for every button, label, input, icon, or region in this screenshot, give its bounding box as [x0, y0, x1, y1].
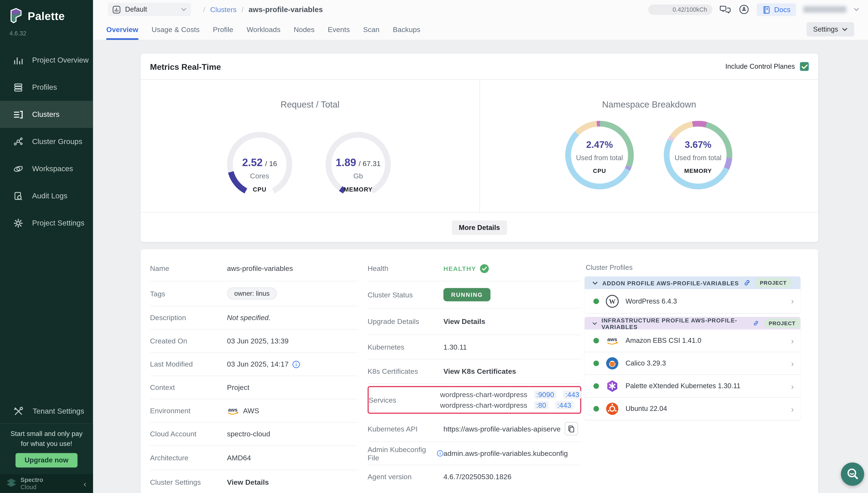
service-port-link[interactable]: :443 [563, 390, 582, 399]
profile-layer-ubuntu[interactable]: Ubuntu 22.04 › [584, 398, 800, 420]
profile-layer-palette-extended-kubernetes[interactable]: Palette eXtended Kubernetes 1.30.11 › [584, 375, 800, 398]
tabs: Overview Usage & Costs Profile Workloads… [106, 19, 420, 40]
detail-row-cluster-status: Cluster Status RUNNING [368, 281, 581, 308]
profile-layer-amazon-ebs-csi[interactable]: aws Amazon EBS CSI 1.41.0 › [584, 330, 800, 352]
usage-credits-pill: 0.42/100kCh [648, 4, 713, 15]
sidebar-item-label: Audit Logs [32, 192, 67, 200]
sidebar-item-workspaces[interactable]: Workspaces [0, 155, 93, 182]
compass-icon[interactable] [739, 4, 750, 15]
collapse-sidebar-icon[interactable]: ‹ [84, 479, 86, 488]
breadcrumb-link-clusters[interactable]: Clusters [210, 5, 237, 14]
info-icon[interactable] [292, 360, 300, 368]
cpu-used-caption: Used from total [565, 154, 634, 162]
sidebar-item-label: Workspaces [32, 165, 73, 173]
cluster-profiles-panel: Cluster Profiles ADDON PROFILE AWS-PROFI… [584, 249, 800, 424]
sidebar-item-tenant-settings[interactable]: Tenant Settings [0, 399, 93, 423]
tab-workloads[interactable]: Workloads [247, 19, 281, 40]
detail-row-admin-kubeconfig: Admin Kubeconfig File admin.aws-profile-… [368, 442, 581, 466]
settings-button[interactable]: Settings [806, 22, 854, 37]
upgrade-now-button[interactable]: Upgrade now [16, 453, 77, 468]
service-row: wordpress-chart-wordpress :80 :443 [440, 401, 582, 409]
cpu-unit: Cores [227, 172, 292, 180]
svg-text:aws: aws [228, 407, 238, 412]
chevron-down-icon[interactable] [853, 8, 859, 11]
user-menu-redacted[interactable] [803, 6, 847, 13]
ubuntu-icon [605, 402, 619, 415]
tab-events[interactable]: Events [328, 19, 350, 40]
memory-request-value: 1.89 [336, 157, 356, 168]
detail-row-description: Description Not specified. [150, 306, 358, 330]
sidebar-item-profiles[interactable]: Profiles [0, 73, 93, 101]
cpu-gauge-label: CPU [227, 186, 292, 193]
tab-nodes[interactable]: Nodes [294, 19, 314, 40]
cluster-profiles-title: Cluster Profiles [585, 264, 800, 272]
brand-name: Palette [28, 10, 65, 22]
service-port-link[interactable]: :9090 [534, 390, 556, 399]
project-scope-icon [112, 5, 120, 14]
detail-row-services-highlighted: Services wordpress-chart-wordpress :9090… [368, 386, 581, 414]
health-status-value: HEALTHY [443, 265, 476, 272]
copy-button[interactable] [564, 422, 578, 435]
status-dot-green [594, 361, 599, 366]
sidebar-item-label: Project Settings [32, 219, 84, 227]
chat-icon[interactable] [720, 4, 732, 15]
layers-icon [13, 82, 23, 92]
profile-layer-wordpress[interactable]: W WordPress 6.4.3 › [584, 289, 800, 313]
detail-row-name: Name aws-profile-variables [150, 256, 358, 281]
cluster-status-column: Health HEALTHY Cluster Status RUNNING Up… [368, 256, 581, 488]
upgrade-view-details-link[interactable]: View Details [443, 317, 485, 326]
cpu-total-value: / 16 [265, 159, 277, 168]
infrastructure-profile-header[interactable]: INFRASTRUCTURE PROFILE AWS-PROFILE-VARIA… [584, 317, 800, 329]
tab-scan[interactable]: Scan [363, 19, 379, 40]
detail-row-agent-version: Agent version 4.6.7/20250530.1826 [368, 465, 581, 488]
sidebar-item-label: Tenant Settings [32, 407, 84, 415]
tab-backups[interactable]: Backups [393, 19, 420, 40]
sidebar-item-project-overview[interactable]: Project Overview [0, 46, 93, 73]
namespace-breakdown-panel: Namespace Breakdown 2.47% Used from tota… [480, 80, 818, 213]
profile-layer-calico[interactable]: Calico 3.29.3 › [584, 352, 800, 375]
info-icon[interactable] [437, 450, 443, 457]
help-search-button[interactable] [841, 463, 864, 486]
architecture-value: AMD64 [227, 453, 251, 462]
bar-chart-icon [13, 55, 23, 65]
link-icon[interactable] [743, 279, 751, 286]
tab-profile[interactable]: Profile [213, 19, 233, 40]
cluster-settings-view-details-link[interactable]: View Details [227, 478, 269, 486]
tab-overview[interactable]: Overview [106, 19, 138, 40]
view-k8s-certificates-link[interactable]: View K8s Certificates [443, 367, 516, 376]
link-icon[interactable] [753, 320, 759, 327]
magnifier-smile-icon [846, 468, 859, 481]
profile-group-name: ADDON PROFILE AWS-PROFILE-VARIABLES [602, 279, 739, 286]
sidebar-item-project-settings[interactable]: Project Settings [0, 209, 93, 237]
service-port-link[interactable]: :443 [555, 401, 574, 409]
breadcrumb-separator: / [203, 5, 205, 14]
project-selector[interactable]: Default [108, 3, 191, 16]
detail-row-tags: Tags owner: linus [150, 281, 358, 306]
metrics-card-title: Metrics Real-Time [150, 62, 221, 71]
docs-button[interactable]: Docs [757, 3, 796, 16]
infrastructure-profile-group: INFRASTRUCTURE PROFILE AWS-PROFILE-VARIA… [584, 317, 800, 420]
book-icon [762, 5, 771, 14]
addon-profile-header[interactable]: ADDON PROFILE AWS-PROFILE-VARIABLES PROJ… [584, 276, 800, 289]
cpu-used-percent: 2.47% [565, 140, 634, 151]
cpu-namespace-donut-chart: 2.47% Used from total CPU [565, 121, 634, 189]
palette-logo-icon [9, 8, 23, 24]
metrics-realtime-card: Metrics Real-Time Include Control Planes… [140, 54, 818, 242]
orbit-icon [13, 164, 23, 174]
profile-group-name: INFRASTRUCTURE PROFILE AWS-PROFILE-VARIA… [601, 317, 749, 330]
detail-row-cloud-account: Cloud Account spectro-cloud [150, 423, 358, 446]
sidebar: Palette 4.6.32 Project Overview Profiles… [0, 0, 93, 493]
more-details-button[interactable]: More Details [452, 220, 507, 235]
svg-text:aws: aws [607, 337, 617, 342]
admin-kubeconfig-link[interactable]: admin.aws-profile-variables.kubeconfig [443, 449, 568, 457]
sidebar-item-clusters[interactable]: Clusters [0, 101, 93, 128]
description-value: Not specified. [227, 314, 271, 322]
tools-icon [13, 406, 24, 416]
wordpress-icon: W [605, 295, 619, 308]
include-control-planes-checkbox[interactable] [800, 62, 809, 71]
detail-row-cluster-settings: Cluster Settings View Details [150, 470, 358, 493]
tab-usage-costs[interactable]: Usage & Costs [152, 19, 200, 40]
sidebar-item-cluster-groups[interactable]: Cluster Groups [0, 128, 93, 155]
sidebar-item-audit-logs[interactable]: Audit Logs [0, 182, 93, 209]
service-port-link[interactable]: :80 [534, 401, 548, 409]
